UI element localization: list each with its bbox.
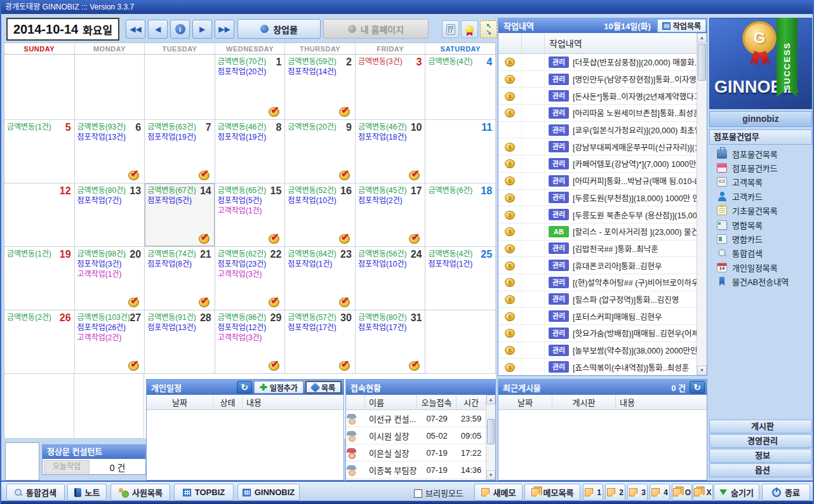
- resize-button[interactable]: ↖↘: [480, 20, 497, 38]
- work-row[interactable]: 관리[아리따움 노원세이브존점]통화..최성훈: [498, 105, 697, 122]
- connection-scrollbar[interactable]: ▲ ▼: [486, 395, 495, 480]
- posts-refresh-button[interactable]: ↻: [690, 381, 705, 394]
- calendar-cell-15[interactable]: 금액변동(65건)점포작업(5건)고객작업(1건)15✔: [215, 183, 286, 247]
- calendar-cell[interactable]: [145, 55, 215, 120]
- calendar-cell-20[interactable]: 금액변동(98건)점포작업(3건)고객작업(1건)20✔: [75, 247, 145, 310]
- calendar-cell-25[interactable]: 금액변동(4건)점포작업(1건)25: [425, 247, 496, 310]
- calendar-cell-23[interactable]: 금액변동(84건)점포작업(1건)23✔: [285, 247, 356, 310]
- briefing-checkbox[interactable]: [414, 489, 422, 498]
- next-day-button[interactable]: ▶: [192, 20, 212, 39]
- work-scrollbar[interactable]: ▲ ▼: [697, 33, 707, 375]
- connection-row[interactable]: 이은실 실장07-1917:22: [346, 444, 486, 461]
- startup-mall-button[interactable]: 창업몰: [237, 19, 321, 39]
- scroll-up-icon[interactable]: ▲: [486, 395, 495, 404]
- calendar-cell-26[interactable]: 금액변동(2건)26: [4, 310, 75, 374]
- memo-slot-button-O[interactable]: O: [672, 484, 692, 501]
- scroll-down-icon[interactable]: ▼: [697, 366, 707, 375]
- work-row[interactable]: 관리[죠스떡볶이(수내역점)]통화..최성훈: [498, 359, 697, 375]
- work-row[interactable]: 관리[아띠커피]통화...박남규(매매 됨.010-8...: [498, 173, 697, 190]
- connection-row[interactable]: 이종복 부팀장07-1914:36: [346, 461, 486, 479]
- scroll-up-icon[interactable]: ▲: [697, 33, 707, 43]
- calendar-cell-17[interactable]: 금액변동(45건)점포작업(2건)17✔: [356, 183, 426, 247]
- calculator-button[interactable]: [442, 20, 459, 38]
- calendar-cell[interactable]: [75, 55, 145, 120]
- sidebar-item-기초물건목록[interactable]: 기초물건목록: [709, 204, 812, 218]
- memo-slot-button-1[interactable]: 1: [583, 484, 603, 501]
- add-schedule-button[interactable]: ✚ 일정추가: [254, 381, 304, 394]
- calendar-cell-4[interactable]: 금액변동(4건)4: [425, 55, 496, 120]
- prev-day-button[interactable]: ◀: [148, 20, 168, 39]
- work-row[interactable]: 관리[포터스커피]매매됨..김현우: [498, 308, 697, 325]
- work-row[interactable]: 관리[강남부대찌게매운쭈꾸미(신규자리)](1...: [498, 138, 697, 156]
- ginnobiz-button[interactable]: GINNOBIZ: [237, 484, 300, 501]
- memo-slot-button-4[interactable]: 4: [650, 484, 670, 501]
- prev-month-button[interactable]: ◀◀: [126, 20, 145, 39]
- scroll-thumb[interactable]: [487, 419, 495, 444]
- calendar-cell[interactable]: [4, 55, 75, 120]
- work-row[interactable]: 관리[카페어템포(강남역)*](7,000) 1000만 ...: [498, 156, 697, 173]
- work-row[interactable]: 관리[두릉도원 북촌순두부 (용산점)](15,000...: [498, 206, 697, 223]
- calendar-cell-21[interactable]: 금액변동(74건)점포작업(8건)21✔: [145, 247, 215, 310]
- schedule-refresh-button[interactable]: ↻: [237, 381, 252, 394]
- section-store-tasks-button[interactable]: 점포물건업무: [709, 129, 812, 145]
- work-row[interactable]: 관리[쿄우(일본식가정요리)](20,000) 최초입...: [498, 122, 697, 139]
- calendar-cell-24[interactable]: 금액변동(56건)점포작업(10건)24: [356, 247, 426, 310]
- sidebar-item-명함카드[interactable]: 명함카드: [709, 232, 812, 246]
- my-homepage-button[interactable]: 내 홈페이지: [323, 19, 429, 39]
- calendar-cell-28[interactable]: 금액변동(91건)점포작업(13건)28: [145, 310, 215, 374]
- calendar-cell-11[interactable]: 11: [425, 120, 496, 183]
- work-row[interactable]: 관리[더풋샵(반포삼풍점)](20,000) 매물화.....: [498, 54, 697, 71]
- staff-list-button[interactable]: 사원목록: [110, 484, 170, 501]
- scroll-thumb[interactable]: [698, 44, 706, 81]
- sidebar-item-고객카드[interactable]: 고객카드: [709, 189, 812, 203]
- work-row[interactable]: 관리[김밥천국## ]통화..최낙훈: [498, 241, 697, 258]
- sidebar-button-경영관리[interactable]: 경영관리: [709, 434, 812, 448]
- calendar-cell-2[interactable]: 금액변동(59건)점포작업(14건)2✔: [285, 55, 356, 120]
- calendar-cell-3[interactable]: 금액변동(3건)3: [356, 55, 426, 120]
- scroll-down-icon[interactable]: ▼: [486, 470, 495, 480]
- work-row[interactable]: AB[할리스 - 포이사거리점 ](23,000) 물건...: [498, 223, 697, 241]
- sidebar-item-명함목록[interactable]: 명함목록: [709, 218, 812, 232]
- memo-slot-button-X[interactable]: X: [693, 484, 713, 501]
- sidebar-item-점포물건목록[interactable]: 점포물건목록: [709, 147, 812, 161]
- sidebar-button-옵션[interactable]: 옵션: [709, 463, 812, 477]
- today-info-button[interactable]: i: [170, 20, 190, 39]
- sidebar-item-물건AB전송내역[interactable]: 물건AB전송내역: [709, 275, 812, 289]
- calendar-cell-1[interactable]: 금액변동(70건)점포작업(20건)1✔: [215, 55, 286, 120]
- work-row[interactable]: 관리[놀부보쌈(약수점)](38,000) 2000만인...: [498, 342, 697, 359]
- memo-slot-button-2[interactable]: 2: [605, 484, 625, 501]
- calendar-cell-16[interactable]: 금액변동(52건)점포작업(10건)16✔: [285, 183, 356, 247]
- connection-row[interactable]: 이선규 컨설...07-2923:59: [346, 410, 486, 427]
- global-search-button[interactable]: 통합검색: [6, 484, 65, 501]
- calendar-cell-29[interactable]: 금액변동(86건)점포작업(12건)고객작업(3건)29✔: [215, 310, 286, 374]
- sidebar-button-정보[interactable]: 정보: [709, 449, 812, 463]
- work-row[interactable]: 관리[명인만두(남양주장현점)]통화..이자영(...: [498, 71, 697, 88]
- user-account-button[interactable]: ginnobiz: [709, 111, 812, 127]
- calendar-cell-5[interactable]: 금액변동(1건)5: [4, 120, 75, 183]
- calendar-cell-27[interactable]: 금액변동(103건)점포작업(26건)고객작업(2건)27✔: [75, 310, 145, 374]
- calendar-cell-18[interactable]: 금액변동(6건)18: [425, 183, 496, 247]
- exit-button[interactable]: 종료: [762, 484, 810, 501]
- calendar-cell-7[interactable]: 금액변동(63건)점포작업(19건)7✔: [145, 120, 215, 183]
- sidebar-item-개인일정목록[interactable]: 14개인일정목록: [709, 260, 812, 274]
- work-row[interactable]: 관리[휴대폰코리아]통화..김현우: [498, 257, 697, 274]
- calendar-cell[interactable]: [4, 374, 74, 439]
- memo-slot-button-3[interactable]: 3: [627, 484, 648, 501]
- connection-row[interactable]: 이시원 실장05-0209:05: [346, 427, 486, 444]
- schedule-list-button[interactable]: 목록: [305, 381, 342, 394]
- award-button[interactable]: [461, 20, 478, 38]
- work-row[interactable]: 관리[돈사돈*]통화..이자영(2년재계약했다고...: [498, 88, 697, 105]
- calendar-cell-9[interactable]: 금액변동(20건)9✔: [285, 120, 356, 183]
- calendar-cell-14[interactable]: 금액변동(67건)점포작업(5건)14✔: [145, 183, 215, 247]
- work-row[interactable]: 관리[(현)설악추어탕## (구)비어브로이하우...: [498, 274, 697, 291]
- topbiz-button[interactable]: TOPBIZ: [174, 484, 234, 501]
- calendar-cell-12[interactable]: 12: [4, 183, 75, 247]
- work-list-button[interactable]: 작업목록: [657, 19, 706, 32]
- calendar-cell-30[interactable]: 금액변동(57건)점포작업(17건)30✔: [285, 310, 356, 374]
- note-button[interactable]: 노트: [67, 484, 107, 501]
- work-row[interactable]: 관리[힐스파 (압구정역)]통화...김진영: [498, 291, 697, 308]
- calendar-cell-31[interactable]: 금액변동(80건)점포작업(17건)31✔: [356, 310, 426, 374]
- calendar-cell[interactable]: [425, 310, 496, 374]
- work-row[interactable]: 관리[두릉도원(부천점)](18,000) 1000만 인...: [498, 190, 697, 207]
- calendar-cell-6[interactable]: 금액변동(93건)점포작업(13건)6✔: [75, 120, 145, 183]
